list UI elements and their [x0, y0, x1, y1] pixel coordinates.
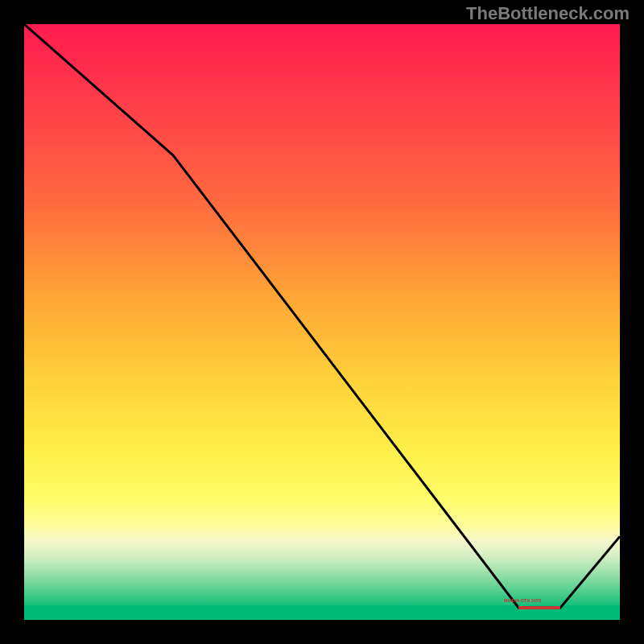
watermark: TheBottleneck.com — [466, 3, 630, 24]
optimal-gpu-annotation: NVIDIA GTX 1070 — [504, 598, 541, 603]
chart-container: TheBottleneck.com NVIDIA GTX 1070 — [0, 0, 644, 644]
plot-area: NVIDIA GTX 1070 — [24, 24, 620, 620]
line-overlay — [24, 24, 620, 620]
bottleneck-curve — [24, 24, 620, 608]
